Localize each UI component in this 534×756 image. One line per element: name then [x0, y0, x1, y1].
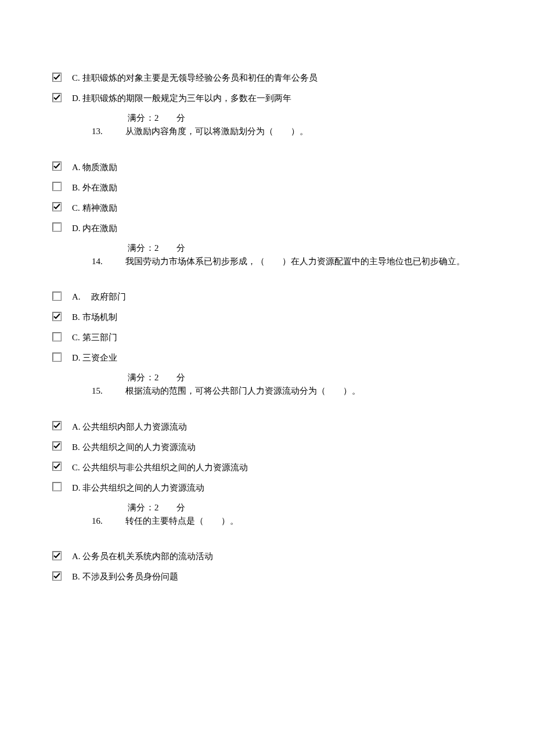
question-stem: 16.转任的主要特点是（ ）。	[92, 514, 499, 528]
question-number: 13.	[92, 125, 125, 138]
checkbox[interactable]	[52, 93, 62, 102]
option-row: A. 物质激励	[52, 161, 499, 174]
checkbox[interactable]	[52, 161, 62, 171]
option-row: C. 公共组织与非公共组织之间的人力资源流动	[52, 462, 499, 474]
checkbox[interactable]	[52, 421, 62, 430]
question-text: 我国劳动力市场体系已初步形成，（ ）在人力资源配置中的主导地位也已初步确立。	[125, 257, 465, 266]
option-row: C. 第三部门	[52, 332, 499, 344]
checkbox[interactable]	[52, 571, 62, 581]
option-text: C. 挂职锻炼的对象主要是无领导经验公务员和初任的青年公务员	[72, 72, 317, 84]
option-text: A. 物质激励	[72, 161, 117, 174]
question-stem: 13.从激励内容角度，可以将激励划分为（ ）。	[92, 125, 499, 138]
option-text: A. 公务员在机关系统内部的流动活动	[72, 550, 213, 563]
option-text: D. 三资企业	[72, 352, 117, 364]
option-text: A. 公共组织内部人力资源流动	[72, 421, 187, 433]
question-number: 15.	[92, 384, 125, 398]
option-text: B. 市场机制	[72, 311, 117, 323]
score-line: 满分：2 分	[128, 113, 499, 124]
option-text: D. 挂职锻炼的期限一般规定为三年以内，多数在一到两年	[72, 92, 291, 105]
option-row: D. 内在激励	[52, 222, 499, 235]
option-row: D. 挂职锻炼的期限一般规定为三年以内，多数在一到两年	[52, 92, 499, 105]
score-line: 满分：2 分	[128, 243, 499, 254]
option-row: C. 精神激励	[52, 202, 499, 214]
option-row: C. 挂职锻炼的对象主要是无领导经验公务员和初任的青年公务员	[52, 72, 499, 84]
option-row: B. 公共组织之间的人力资源流动	[52, 441, 499, 453]
checkbox[interactable]	[52, 312, 62, 321]
question-number: 14.	[92, 255, 125, 268]
option-row: A. 政府部门	[52, 291, 499, 303]
question-stem: 14.我国劳动力市场体系已初步形成，（ ）在人力资源配置中的主导地位也已初步确立…	[92, 255, 499, 268]
score-line: 满分：2 分	[128, 502, 499, 513]
checkbox[interactable]	[52, 291, 62, 301]
option-text: A. 政府部门	[72, 291, 126, 303]
question-text: 转任的主要特点是（ ）。	[125, 516, 239, 525]
option-row: B. 市场机制	[52, 311, 499, 323]
option-text: C. 公共组织与非公共组织之间的人力资源流动	[72, 462, 248, 474]
checkbox[interactable]	[52, 441, 62, 451]
option-row: A. 公共组织内部人力资源流动	[52, 421, 499, 433]
question-text: 从激励内容角度，可以将激励划分为（ ）。	[125, 127, 308, 136]
option-text: D. 非公共组织之间的人力资源流动	[72, 482, 204, 494]
checkbox[interactable]	[52, 482, 62, 491]
option-text: B. 公共组织之间的人力资源流动	[72, 441, 196, 453]
option-row: A. 公务员在机关系统内部的流动活动	[52, 550, 499, 563]
option-text: B. 外在激励	[72, 182, 117, 194]
question-number: 16.	[92, 514, 125, 528]
checkbox[interactable]	[52, 222, 62, 232]
score-line: 满分：2 分	[128, 372, 499, 383]
checkbox[interactable]	[52, 551, 62, 560]
question-stem: 15.根据流动的范围，可将公共部门人力资源流动分为（ ）。	[92, 384, 499, 398]
option-text: C. 第三部门	[72, 332, 117, 344]
checkbox[interactable]	[52, 73, 62, 82]
option-text: B. 不涉及到公务员身份问题	[72, 571, 178, 583]
option-row: D. 三资企业	[52, 352, 499, 364]
option-row: B. 不涉及到公务员身份问题	[52, 571, 499, 583]
checkbox[interactable]	[52, 352, 62, 362]
checkbox[interactable]	[52, 462, 62, 471]
question-text: 根据流动的范围，可将公共部门人力资源流动分为（ ）。	[125, 386, 360, 395]
option-text: D. 内在激励	[72, 222, 117, 235]
checkbox[interactable]	[52, 332, 62, 341]
option-row: D. 非公共组织之间的人力资源流动	[52, 482, 499, 494]
option-row: B. 外在激励	[52, 182, 499, 194]
option-text: C. 精神激励	[72, 202, 117, 214]
checkbox[interactable]	[52, 202, 62, 211]
checkbox[interactable]	[52, 182, 62, 191]
